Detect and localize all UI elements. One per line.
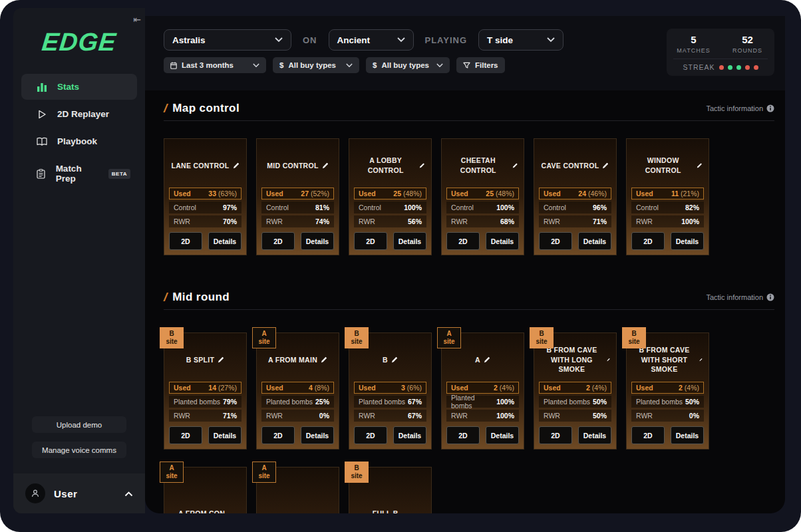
stat-row-rwr: RWR 70%: [169, 215, 241, 227]
period-select[interactable]: Last 3 months: [164, 57, 266, 73]
dollar-icon: $: [373, 61, 377, 69]
team-select[interactable]: Astralis: [164, 29, 291, 51]
section-title: Map control: [172, 102, 240, 115]
edit-pencil-icon[interactable]: [607, 356, 610, 363]
stat-row-rwr: RWR 56%: [354, 215, 426, 227]
details-button[interactable]: Details: [301, 232, 334, 250]
sidebar-item-playbook[interactable]: Playbook: [21, 128, 137, 154]
buy-type-select-2[interactable]: $ All buy types: [366, 57, 450, 73]
used-value: 27: [301, 190, 309, 198]
details-button[interactable]: Details: [671, 426, 704, 444]
details-button[interactable]: Details: [208, 232, 241, 250]
site-label: site: [253, 338, 275, 346]
edit-pencil-icon[interactable]: [697, 162, 703, 169]
matches-value: 5: [667, 34, 721, 45]
rwr-label: RWR: [266, 412, 283, 420]
open-2d-button[interactable]: 2D: [539, 426, 572, 444]
sidebar-item-match-prep[interactable]: Match Prep BETA: [21, 156, 137, 192]
tactic-card: WINDOW CONTROL Used 11(21%) Control 82% …: [626, 138, 709, 255]
rwr-label: RWR: [636, 217, 653, 225]
site-badge: B site: [345, 462, 369, 483]
planted-value: 25%: [315, 398, 329, 406]
tactic-name: CAVE CONTROL: [542, 161, 599, 171]
user-menu[interactable]: User: [13, 473, 145, 513]
rwr-value: 100%: [681, 217, 699, 225]
sidebar-item-2d-replayer[interactable]: 2D Replayer: [21, 101, 137, 127]
open-2d-button[interactable]: 2D: [539, 232, 572, 250]
site-label: site: [160, 472, 183, 480]
rwr-value: 100%: [496, 412, 514, 420]
side-select[interactable]: T side: [478, 29, 563, 51]
streak-dot-loss: [719, 65, 724, 70]
stat-row-planted: Planted bombs 79%: [169, 396, 241, 408]
edit-pencil-icon[interactable]: [233, 162, 240, 169]
period-value: Last 3 months: [182, 61, 248, 69]
rwr-value: 0%: [689, 412, 699, 420]
rwr-value: 67%: [408, 412, 422, 420]
open-2d-button[interactable]: 2D: [446, 232, 480, 250]
edit-pencil-icon[interactable]: [419, 162, 425, 169]
edit-pencil-icon[interactable]: [602, 162, 609, 169]
tactic-card: A LOBBY CONTROL Used 25(48%) Control 100…: [349, 138, 432, 255]
chevron-up-icon: [124, 487, 133, 499]
open-2d-button[interactable]: 2D: [631, 232, 665, 250]
edit-pencil-icon[interactable]: [391, 356, 398, 363]
open-2d-button[interactable]: 2D: [354, 426, 387, 444]
filters-button[interactable]: Filters: [456, 57, 505, 73]
details-button[interactable]: Details: [578, 426, 611, 444]
sidebar-item-label: 2D Replayer: [57, 109, 109, 119]
open-2d-button[interactable]: 2D: [169, 426, 202, 444]
manage-voice-comms-button[interactable]: Manage voice comms: [32, 442, 126, 458]
used-percent: (8%): [315, 384, 329, 392]
buy-type-select-1[interactable]: $ All buy types: [273, 57, 359, 73]
stat-row-rwr: RWR 100%: [446, 410, 519, 422]
map-select[interactable]: Ancient: [329, 29, 414, 51]
used-value: 14: [208, 384, 216, 392]
site-letter: A: [253, 330, 275, 338]
stat-row-planted: Planted bombs 25%: [261, 396, 334, 408]
rwr-value: 50%: [593, 412, 607, 420]
info-icon[interactable]: [766, 104, 774, 112]
details-button[interactable]: Details: [393, 426, 426, 444]
tactic-name: B FROM CAVE WITH SHORT SMOKE: [633, 345, 696, 374]
open-2d-button[interactable]: 2D: [261, 232, 295, 250]
details-button[interactable]: Details: [578, 232, 611, 250]
info-icon[interactable]: [766, 293, 774, 301]
streak-dots: [719, 65, 758, 70]
control-value: 96%: [593, 203, 607, 211]
rwr-value: 0%: [319, 412, 329, 420]
stat-row-rwr: RWR 100%: [631, 215, 704, 227]
tactic-name: B FROM CAVE WITH LONG SMOKE: [540, 345, 603, 374]
tactic-information: Tactic information: [706, 104, 774, 112]
edit-pencil-icon[interactable]: [699, 356, 703, 363]
stat-row-rwr: RWR 50%: [539, 410, 611, 422]
open-2d-button[interactable]: 2D: [354, 232, 387, 250]
stat-row-control: Control 81%: [261, 201, 334, 213]
edit-pencil-icon[interactable]: [512, 162, 518, 169]
details-button[interactable]: Details: [208, 426, 241, 444]
open-2d-button[interactable]: 2D: [169, 232, 202, 250]
on-label: ON: [303, 35, 317, 45]
details-button[interactable]: Details: [486, 426, 519, 444]
tactic-information: Tactic information: [706, 293, 774, 301]
used-value: 2: [494, 384, 498, 392]
details-button[interactable]: Details: [393, 232, 426, 250]
open-2d-button[interactable]: 2D: [631, 426, 665, 444]
edit-pencil-icon[interactable]: [484, 356, 490, 363]
details-button[interactable]: Details: [671, 232, 704, 250]
used-value: 3: [401, 384, 405, 392]
sidebar-item-stats[interactable]: Stats: [21, 74, 137, 100]
edit-pencil-icon[interactable]: [218, 356, 224, 363]
sidebar-collapse-icon[interactable]: ⇤: [133, 15, 141, 24]
edit-pencil-icon[interactable]: [322, 162, 329, 169]
open-2d-button[interactable]: 2D: [261, 426, 295, 444]
tactic-card: B site B Used 3(6%) Planted bombs 67% RW…: [349, 332, 432, 450]
upload-demo-button[interactable]: Upload demo: [32, 416, 126, 433]
details-button[interactable]: Details: [301, 426, 334, 444]
planted-value: 79%: [223, 398, 237, 406]
edit-pencil-icon[interactable]: [321, 356, 327, 363]
open-2d-button[interactable]: 2D: [446, 426, 480, 444]
buy-type-2-value: All buy types: [381, 61, 432, 69]
details-button[interactable]: Details: [486, 232, 519, 250]
control-value: 82%: [685, 203, 699, 211]
